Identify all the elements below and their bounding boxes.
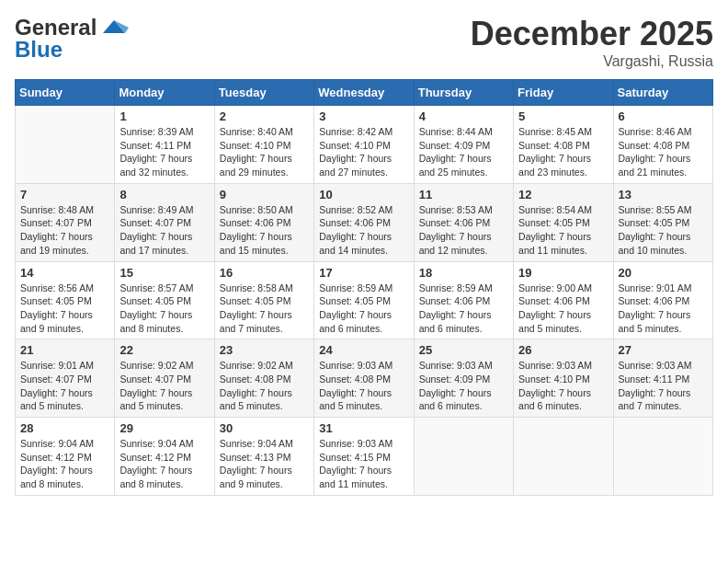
day-detail: Sunrise: 8:52 AMSunset: 4:06 PMDaylight:… xyxy=(319,203,408,258)
calendar-day-cell: 3Sunrise: 8:42 AMSunset: 4:10 PMDaylight… xyxy=(314,106,414,184)
day-detail: Sunrise: 8:56 AMSunset: 4:05 PMDaylight:… xyxy=(20,282,109,336)
calendar-day-cell: 11Sunrise: 8:53 AMSunset: 4:06 PMDayligh… xyxy=(414,183,513,261)
day-number: 17 xyxy=(319,266,408,280)
calendar-day-cell xyxy=(16,106,115,184)
day-detail: Sunrise: 8:45 AMSunset: 4:08 PMDaylight:… xyxy=(518,125,608,179)
calendar-day-cell: 29Sunrise: 9:04 AMSunset: 4:12 PMDayligh… xyxy=(115,418,214,496)
day-detail: Sunrise: 8:42 AMSunset: 4:10 PMDaylight:… xyxy=(319,125,408,179)
day-number: 13 xyxy=(619,188,708,201)
calendar-day-cell: 9Sunrise: 8:50 AMSunset: 4:06 PMDaylight… xyxy=(214,183,313,261)
calendar-day-cell: 24Sunrise: 9:03 AMSunset: 4:08 PMDayligh… xyxy=(314,339,414,418)
day-number: 8 xyxy=(119,188,209,201)
calendar-day-cell: 2Sunrise: 8:40 AMSunset: 4:10 PMDaylight… xyxy=(214,106,313,184)
day-detail: Sunrise: 9:04 AMSunset: 4:12 PMDaylight:… xyxy=(20,437,109,491)
day-number: 30 xyxy=(220,421,309,435)
logo-icon xyxy=(99,17,129,37)
calendar-day-cell: 8Sunrise: 8:49 AMSunset: 4:07 PMDaylight… xyxy=(115,183,214,261)
day-number: 20 xyxy=(619,266,708,280)
logo: General Blue xyxy=(15,15,129,63)
day-detail: Sunrise: 8:49 AMSunset: 4:07 PMDaylight:… xyxy=(119,203,209,258)
day-detail: Sunrise: 8:46 AMSunset: 4:08 PMDaylight:… xyxy=(619,125,708,179)
weekday-header: Tuesday xyxy=(214,80,313,106)
calendar-week-row: 14Sunrise: 8:56 AMSunset: 4:05 PMDayligh… xyxy=(16,261,713,339)
day-detail: Sunrise: 9:01 AMSunset: 4:07 PMDaylight:… xyxy=(20,359,109,413)
day-detail: Sunrise: 8:59 AMSunset: 4:05 PMDaylight:… xyxy=(319,282,408,336)
day-detail: Sunrise: 9:04 AMSunset: 4:12 PMDaylight:… xyxy=(119,437,209,491)
day-number: 1 xyxy=(119,109,209,123)
calendar-day-cell xyxy=(613,418,712,496)
calendar-day-cell: 25Sunrise: 9:03 AMSunset: 4:09 PMDayligh… xyxy=(414,339,513,418)
day-number: 28 xyxy=(20,421,109,435)
day-detail: Sunrise: 8:48 AMSunset: 4:07 PMDaylight:… xyxy=(20,203,109,258)
day-detail: Sunrise: 8:59 AMSunset: 4:06 PMDaylight:… xyxy=(419,282,508,336)
day-number: 27 xyxy=(619,343,708,357)
day-number: 19 xyxy=(518,266,608,280)
day-detail: Sunrise: 9:03 AMSunset: 4:10 PMDaylight:… xyxy=(518,359,608,413)
location: Vargashi, Russia xyxy=(471,53,713,70)
calendar-day-cell: 27Sunrise: 9:03 AMSunset: 4:11 PMDayligh… xyxy=(613,339,712,418)
calendar-table: SundayMondayTuesdayWednesdayThursdayFrid… xyxy=(15,79,713,496)
day-detail: Sunrise: 8:40 AMSunset: 4:10 PMDaylight:… xyxy=(220,125,309,179)
calendar-week-row: 28Sunrise: 9:04 AMSunset: 4:12 PMDayligh… xyxy=(16,418,713,496)
day-number: 16 xyxy=(220,266,309,280)
day-detail: Sunrise: 8:55 AMSunset: 4:05 PMDaylight:… xyxy=(619,203,708,258)
page-header: General Blue December 2025 Vargashi, Rus… xyxy=(15,15,713,70)
calendar-week-row: 7Sunrise: 8:48 AMSunset: 4:07 PMDaylight… xyxy=(16,183,713,261)
weekday-header: Wednesday xyxy=(314,80,414,106)
calendar-week-row: 21Sunrise: 9:01 AMSunset: 4:07 PMDayligh… xyxy=(16,339,713,418)
day-detail: Sunrise: 8:50 AMSunset: 4:06 PMDaylight:… xyxy=(220,203,309,258)
day-number: 6 xyxy=(619,109,708,123)
calendar-day-cell: 18Sunrise: 8:59 AMSunset: 4:06 PMDayligh… xyxy=(414,261,513,339)
weekday-header: Monday xyxy=(115,80,214,106)
calendar-day-cell: 5Sunrise: 8:45 AMSunset: 4:08 PMDaylight… xyxy=(514,106,613,184)
calendar-day-cell: 15Sunrise: 8:57 AMSunset: 4:05 PMDayligh… xyxy=(115,261,214,339)
day-detail: Sunrise: 9:04 AMSunset: 4:13 PMDaylight:… xyxy=(220,437,309,491)
day-detail: Sunrise: 8:54 AMSunset: 4:05 PMDaylight:… xyxy=(518,203,608,258)
day-detail: Sunrise: 9:02 AMSunset: 4:07 PMDaylight:… xyxy=(119,359,209,413)
day-number: 21 xyxy=(20,343,109,357)
day-detail: Sunrise: 8:57 AMSunset: 4:05 PMDaylight:… xyxy=(119,282,209,336)
logo-blue: Blue xyxy=(15,37,63,63)
calendar-day-cell: 10Sunrise: 8:52 AMSunset: 4:06 PMDayligh… xyxy=(314,183,414,261)
calendar-week-row: 1Sunrise: 8:39 AMSunset: 4:11 PMDaylight… xyxy=(16,106,713,184)
calendar-day-cell: 16Sunrise: 8:58 AMSunset: 4:05 PMDayligh… xyxy=(214,261,313,339)
calendar-day-cell: 13Sunrise: 8:55 AMSunset: 4:05 PMDayligh… xyxy=(613,183,712,261)
day-detail: Sunrise: 9:02 AMSunset: 4:08 PMDaylight:… xyxy=(220,359,309,413)
weekday-header-row: SundayMondayTuesdayWednesdayThursdayFrid… xyxy=(16,80,713,106)
day-number: 26 xyxy=(518,343,608,357)
calendar-day-cell xyxy=(414,418,513,496)
day-detail: Sunrise: 9:03 AMSunset: 4:08 PMDaylight:… xyxy=(319,359,408,413)
weekday-header: Friday xyxy=(514,80,613,106)
title-block: December 2025 Vargashi, Russia xyxy=(471,15,713,70)
day-detail: Sunrise: 9:00 AMSunset: 4:06 PMDaylight:… xyxy=(518,282,608,336)
day-detail: Sunrise: 9:01 AMSunset: 4:06 PMDaylight:… xyxy=(619,282,708,336)
day-number: 12 xyxy=(518,188,608,201)
day-number: 31 xyxy=(319,421,408,435)
day-number: 9 xyxy=(220,188,309,201)
day-number: 14 xyxy=(20,266,109,280)
calendar-day-cell: 23Sunrise: 9:02 AMSunset: 4:08 PMDayligh… xyxy=(214,339,313,418)
day-number: 22 xyxy=(119,343,209,357)
calendar-day-cell: 30Sunrise: 9:04 AMSunset: 4:13 PMDayligh… xyxy=(214,418,313,496)
calendar-day-cell: 22Sunrise: 9:02 AMSunset: 4:07 PMDayligh… xyxy=(115,339,214,418)
calendar-day-cell: 31Sunrise: 9:03 AMSunset: 4:15 PMDayligh… xyxy=(314,418,414,496)
day-detail: Sunrise: 9:03 AMSunset: 4:09 PMDaylight:… xyxy=(419,359,508,413)
calendar-day-cell: 1Sunrise: 8:39 AMSunset: 4:11 PMDaylight… xyxy=(115,106,214,184)
month-title: December 2025 xyxy=(471,15,713,53)
day-number: 7 xyxy=(20,188,109,201)
day-number: 5 xyxy=(518,109,608,123)
day-number: 24 xyxy=(319,343,408,357)
calendar-day-cell: 17Sunrise: 8:59 AMSunset: 4:05 PMDayligh… xyxy=(314,261,414,339)
calendar-day-cell: 6Sunrise: 8:46 AMSunset: 4:08 PMDaylight… xyxy=(613,106,712,184)
day-detail: Sunrise: 9:03 AMSunset: 4:11 PMDaylight:… xyxy=(619,359,708,413)
day-detail: Sunrise: 9:03 AMSunset: 4:15 PMDaylight:… xyxy=(319,437,408,491)
calendar-day-cell: 28Sunrise: 9:04 AMSunset: 4:12 PMDayligh… xyxy=(16,418,115,496)
day-number: 4 xyxy=(419,109,508,123)
calendar-day-cell: 26Sunrise: 9:03 AMSunset: 4:10 PMDayligh… xyxy=(514,339,613,418)
day-detail: Sunrise: 8:58 AMSunset: 4:05 PMDaylight:… xyxy=(220,282,309,336)
day-detail: Sunrise: 8:44 AMSunset: 4:09 PMDaylight:… xyxy=(419,125,508,179)
day-number: 18 xyxy=(419,266,508,280)
weekday-header: Saturday xyxy=(613,80,712,106)
calendar-day-cell: 19Sunrise: 9:00 AMSunset: 4:06 PMDayligh… xyxy=(514,261,613,339)
calendar-day-cell: 14Sunrise: 8:56 AMSunset: 4:05 PMDayligh… xyxy=(16,261,115,339)
